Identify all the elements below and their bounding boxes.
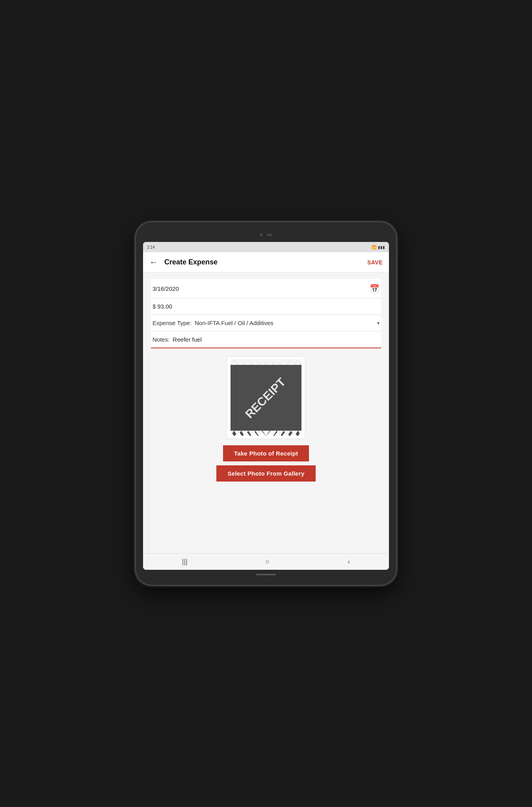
back-button[interactable]: ← bbox=[149, 258, 158, 267]
tablet-bottom-bar bbox=[143, 571, 389, 578]
calendar-icon[interactable]: 📅 bbox=[370, 284, 379, 293]
amount-field: $ bbox=[151, 298, 381, 315]
expense-type-label: Expense Type: bbox=[153, 320, 192, 326]
home-nav-button[interactable]: ○ bbox=[258, 555, 278, 568]
receipt-image-wrapper: RECEIPT bbox=[227, 356, 305, 439]
form-content: 📅 $ Expense Type: Non-IFTA Fuel / Oil / … bbox=[143, 273, 389, 553]
date-field: 📅 bbox=[151, 279, 381, 298]
notes-label: Notes: bbox=[153, 336, 169, 343]
select-gallery-button[interactable]: Select Photo From Gallery bbox=[216, 465, 315, 482]
expense-type-value: Non-IFTA Fuel / Oil / Additives bbox=[195, 320, 377, 326]
receipt-image: RECEIPT bbox=[231, 359, 301, 436]
app-header: ← Create Expense SAVE bbox=[143, 252, 389, 273]
menu-nav-button[interactable]: ||| bbox=[174, 555, 195, 568]
tablet-frame: 2:14 📶 ▮▮▮ ← Create Expense SAVE 📅 $ bbox=[136, 222, 396, 585]
back-nav-button[interactable]: ‹ bbox=[340, 555, 358, 568]
page-title: Create Expense bbox=[164, 258, 367, 266]
date-input[interactable] bbox=[153, 285, 370, 292]
take-photo-button[interactable]: Take Photo of Receipt bbox=[223, 445, 309, 461]
save-button[interactable]: SAVE bbox=[367, 259, 383, 266]
notes-field: Notes: bbox=[151, 331, 381, 348]
speaker-dot bbox=[267, 234, 272, 236]
wifi-icon: 📶 bbox=[372, 245, 376, 249]
camera-dot bbox=[260, 233, 263, 236]
status-icons: 📶 ▮▮▮ bbox=[372, 245, 385, 249]
status-time: 2:14 bbox=[147, 245, 154, 249]
amount-input[interactable] bbox=[157, 303, 379, 310]
status-bar: 2:14 📶 ▮▮▮ bbox=[143, 242, 389, 252]
tablet-top-bar bbox=[143, 229, 389, 240]
dropdown-arrow-icon: ▾ bbox=[377, 320, 379, 326]
home-indicator bbox=[256, 574, 276, 575]
receipt-area: RECEIPT Take Photo of Receipt Select Pho… bbox=[151, 356, 381, 482]
battery-icon: ▮▮▮ bbox=[378, 245, 385, 249]
currency-symbol: $ bbox=[153, 303, 156, 310]
bottom-nav: ||| ○ ‹ bbox=[143, 553, 389, 570]
tablet-screen: 2:14 📶 ▮▮▮ ← Create Expense SAVE 📅 $ bbox=[143, 242, 389, 570]
expense-type-field[interactable]: Expense Type: Non-IFTA Fuel / Oil / Addi… bbox=[151, 315, 381, 331]
notes-input[interactable] bbox=[173, 336, 379, 343]
